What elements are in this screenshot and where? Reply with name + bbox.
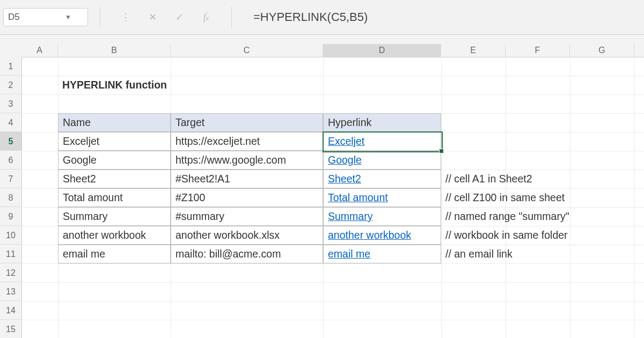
cell-target: https://exceljet.net [171,132,323,151]
table-header-name: Name [58,113,171,132]
cell-name: Google [58,151,171,170]
fx-icon[interactable]: fx [200,12,212,23]
col-header-H[interactable]: H [634,44,644,57]
cell-name: Summary [58,207,171,226]
col-header-D[interactable]: D [323,44,441,57]
col-header-A[interactable]: A [21,44,58,57]
cell-name: Sheet2 [58,170,171,188]
row-header-1[interactable]: 1 [0,57,21,76]
table-header-target: Target [171,113,323,132]
cell-target: mailto: bill@acme.com [171,245,323,263]
col-header-B[interactable]: B [58,44,171,57]
cell-comment: // named range "summary" [441,207,644,226]
col-header-F[interactable]: F [506,44,570,57]
row-header-5[interactable]: 5 [0,132,21,151]
hyperlink-cell[interactable]: Summary [323,207,441,226]
cell-target: #Z100 [171,188,323,207]
enter-icon[interactable]: ✓ [173,11,185,23]
row-header-13[interactable]: 13 [0,282,21,301]
row-header-4[interactable]: 4 [0,113,21,132]
name-box-value: D5 [8,12,62,23]
row-header-3[interactable]: 3 [0,94,21,113]
col-header-G[interactable]: G [570,44,634,57]
formula-input[interactable]: =HYPERLINK(C5,B5) [253,10,641,24]
cell-name: Exceljet [58,132,171,151]
hyperlink-cell[interactable]: Sheet2 [323,170,441,188]
hyperlink-cell[interactable]: Exceljet [323,132,441,151]
column-headers: ABCDEFGH [0,44,644,57]
cell-comment: // cell A1 in Sheet2 [441,170,644,188]
cell-name: another workbook [58,226,171,245]
row-header-15[interactable]: 15 [0,320,21,338]
row-header-10[interactable]: 10 [0,226,21,245]
cell-target: #Sheet2!A1 [171,170,323,188]
row-header-2[interactable]: 2 [0,76,21,94]
cell-comment: // cell Z100 in same sheet [441,188,644,207]
cell-name: Total amount [58,188,171,207]
spreadsheet-grid: ABCDEFGH 123456789101112131415 HYPERLINK… [0,44,644,338]
row-header-11[interactable]: 11 [0,245,21,263]
row-header-7[interactable]: 7 [0,170,21,188]
cell-target: #summary [171,207,323,226]
cells-area[interactable]: HYPERLINK functionNameTargetHyperlinkExc… [21,57,644,338]
dots-icon[interactable]: ⋮ [120,11,131,23]
row-header-8[interactable]: 8 [0,188,21,207]
cell-target: https://www.google.com [171,151,323,170]
row-headers: 123456789101112131415 [0,57,22,338]
divider [231,7,232,27]
row-header-9[interactable]: 9 [0,207,21,226]
col-header-C[interactable]: C [171,44,323,57]
divider [100,7,100,27]
hyperlink-cell[interactable]: Google [323,151,441,170]
name-box[interactable]: D5 ▼ [3,8,88,26]
page-title: HYPERLINK function [58,76,326,94]
row-header-12[interactable]: 12 [0,263,21,282]
cell-comment: // workbook in same folder [441,226,644,245]
row-header-6[interactable]: 6 [0,151,21,170]
row-header-14[interactable]: 14 [0,301,21,320]
table-header-hyperlink: Hyperlink [323,113,441,132]
cell-name: email me [58,245,171,263]
cancel-icon[interactable]: ✕ [147,11,158,23]
hyperlink-cell[interactable]: email me [323,245,441,263]
hyperlink-cell[interactable]: another workbook [323,226,441,245]
cell-comment: // an email link [441,245,644,263]
hyperlink-cell[interactable]: Total amount [323,188,441,207]
formula-bar: D5 ▼ ⋮ ✕ ✓ fx =HYPERLINK(C5,B5) [0,0,644,35]
cell-target: another workbook.xlsx [171,226,323,245]
chevron-down-icon[interactable]: ▼ [65,13,71,21]
col-header-E[interactable]: E [441,44,506,57]
